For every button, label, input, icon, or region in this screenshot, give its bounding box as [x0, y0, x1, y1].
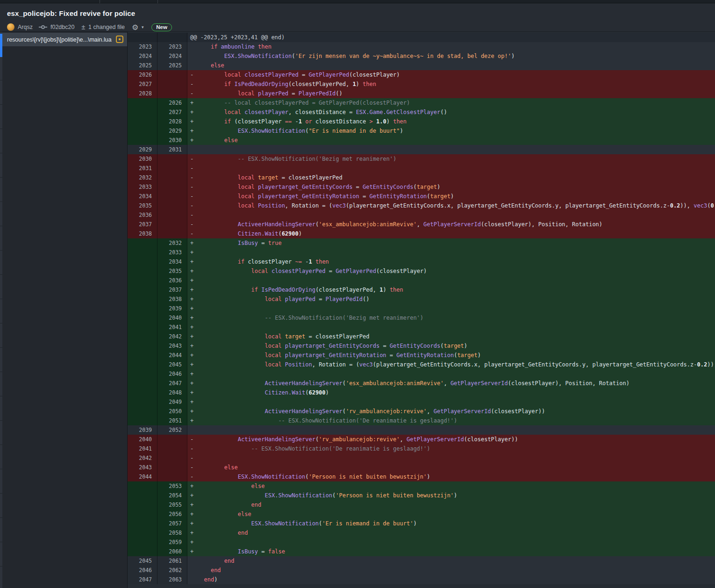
diff-line: 2051+ -- ESX.ShowNotification('De reanim… — [128, 416, 715, 425]
diff-line: 2047+ ActiveerHandelingServer('esx_ambul… — [128, 379, 715, 388]
diff-line: 2046+ — [128, 369, 715, 379]
new-line-number — [157, 79, 187, 89]
diff-line: 20242024 ESX.ShowNotification('Er zijn m… — [128, 51, 715, 61]
code-text: + — [187, 304, 715, 313]
code-text: + — [187, 397, 715, 407]
diff-line: 2059+ — [128, 538, 715, 547]
diff-line: 20252025 else — [128, 61, 715, 70]
new-line-number: 2043 — [157, 341, 187, 351]
added-marker: + — [190, 313, 197, 323]
file-path-label: resources\[rv]\[jobs]\[politie]\e...\mai… — [7, 36, 112, 43]
code-text: + local closestPlayerPed = GetPlayerPed(… — [187, 266, 715, 276]
added-marker: + — [190, 397, 197, 407]
new-line-number: 2026 — [157, 98, 187, 108]
new-line-number: 2024 — [157, 51, 187, 61]
code-text: + — [187, 369, 715, 379]
added-marker: + — [190, 416, 197, 425]
old-line-number — [128, 509, 157, 519]
code-text: if ambuonline then — [187, 42, 715, 51]
old-line-number: 2030 — [128, 154, 157, 164]
added-marker: + — [190, 500, 197, 509]
chevron-down-icon[interactable]: ▼ — [141, 25, 144, 29]
new-line-number — [157, 472, 187, 481]
old-line-number — [128, 407, 157, 416]
new-badge: New — [151, 23, 172, 31]
old-line-number: 2033 — [128, 182, 157, 192]
code-text: - else — [187, 463, 715, 472]
added-marker: + — [190, 248, 197, 257]
old-line-number — [128, 369, 157, 379]
removed-marker: - — [190, 472, 197, 481]
removed-marker: - — [190, 463, 197, 472]
new-line-number: 2063 — [157, 575, 187, 584]
old-line-number — [128, 323, 157, 332]
old-line-number: 2046 — [128, 566, 157, 575]
removed-marker: - — [190, 173, 197, 182]
new-line-number: 2061 — [157, 556, 187, 566]
code-text: - local target = closestPlayerPed — [187, 173, 715, 182]
new-line-number: 2058 — [157, 528, 187, 538]
old-line-number — [128, 136, 157, 145]
diff-line: 2040+ -- ESX.ShowNotification('Bezig met… — [128, 313, 715, 323]
added-marker: + — [190, 407, 197, 416]
gear-icon[interactable]: ⚙ — [132, 23, 138, 32]
code-text — [187, 425, 715, 435]
code-text: + local Position, Rotation = (vec3(playe… — [187, 360, 715, 369]
old-line-number: 2023 — [128, 42, 157, 51]
new-line-number: 2035 — [157, 266, 187, 276]
diff-line: 2041+ — [128, 323, 715, 332]
code-text: - — [187, 164, 715, 173]
old-line-number: 2037 — [128, 220, 157, 229]
code-text: + — [187, 276, 715, 285]
removed-marker: - — [190, 89, 197, 98]
diff-view: @@ -2023,25 +2023,41 @@ end)20232023 if … — [128, 32, 715, 588]
old-line-number: 2044 — [128, 472, 157, 481]
code-text: + -- local closestPlayerPed = GetPlayerP… — [187, 98, 715, 108]
diff-line: 2035+ local closestPlayerPed = GetPlayer… — [128, 266, 715, 276]
old-line-number — [128, 341, 157, 351]
old-line-number — [128, 33, 157, 42]
diff-line: 2030- -- ESX.ShowNotification('Bezig met… — [128, 154, 715, 164]
code-text: + local playerPed = PlayerPedId() — [187, 294, 715, 304]
column-divider — [100, 0, 100, 3]
old-line-number: 2040 — [128, 435, 157, 444]
old-line-number — [128, 313, 157, 323]
new-line-number: 2031 — [157, 145, 187, 154]
new-line-number: 2044 — [157, 351, 187, 360]
changed-file-row[interactable]: resources\[rv]\[jobs]\[politie]\e...\mai… — [2, 33, 127, 46]
added-marker: + — [190, 98, 197, 108]
added-marker: + — [190, 126, 197, 136]
old-line-number: 2043 — [128, 463, 157, 472]
new-line-number — [157, 192, 187, 201]
code-text: - ActiveerHandelingServer('esx_ambulance… — [187, 220, 715, 229]
diff-line: 2027+ local closestPlayer, closestDistan… — [128, 108, 715, 117]
code-text: + end — [187, 528, 715, 538]
added-marker: + — [190, 294, 197, 304]
added-marker: + — [190, 285, 197, 294]
diff-line: 2034- local playertarget_GetEntityRotati… — [128, 192, 715, 201]
diff-line: 2038+ local playerPed = PlayerPedId() — [128, 294, 715, 304]
diff-line: 2026+ -- local closestPlayerPed = GetPla… — [128, 98, 715, 108]
old-line-number — [128, 491, 157, 500]
code-text — [187, 145, 715, 154]
code-text: - local playertarget_GetEntityRotation =… — [187, 192, 715, 201]
diff-line: 2033- local playertarget_GetEntityCoords… — [128, 182, 715, 192]
old-line-number — [128, 547, 157, 556]
code-text: - ESX.ShowNotification('Persoon is niet … — [187, 472, 715, 481]
old-line-number — [128, 285, 157, 294]
old-line-number — [128, 294, 157, 304]
code-text: - ActiveerHandelingServer('rv_ambulancej… — [187, 435, 715, 444]
old-line-number: 2039 — [128, 425, 157, 435]
diff-line: 2034+ if closestPlayer ~= -1 then — [128, 257, 715, 266]
diff-line: 2057+ ESX.ShowNotification('Er is nieman… — [128, 519, 715, 528]
added-marker: + — [190, 136, 197, 145]
diff-line: 2033+ — [128, 248, 715, 257]
old-line-number — [128, 304, 157, 313]
new-line-number: 2042 — [157, 332, 187, 341]
diff-line: 2043- else — [128, 463, 715, 472]
diff-line: 2028+ if (closestPlayer == -1 or closest… — [128, 117, 715, 126]
added-marker: + — [190, 491, 197, 500]
removed-marker: - — [190, 453, 197, 463]
old-line-number: 2027 — [128, 79, 157, 89]
added-marker: + — [190, 257, 197, 266]
